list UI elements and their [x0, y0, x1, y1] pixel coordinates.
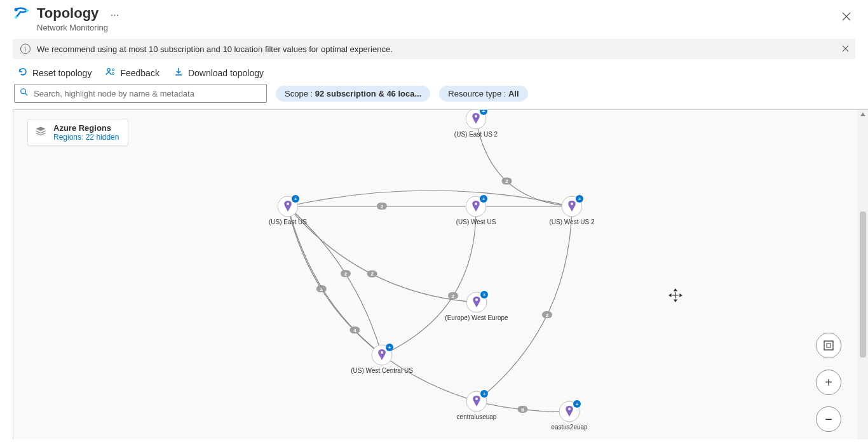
svg-text:2: 2: [505, 178, 508, 184]
svg-text:2: 2: [370, 271, 374, 277]
feedback-label: Feedback: [120, 68, 159, 78]
svg-text:2: 2: [452, 293, 455, 299]
topology-edge[interactable]: [288, 206, 477, 302]
scope-filter-value: 92 subscription & 46 loca...: [315, 89, 422, 98]
svg-text:2: 2: [546, 312, 549, 318]
svg-text:+: +: [482, 110, 485, 114]
edge-count-badge: 2: [542, 311, 552, 318]
svg-text:+: +: [576, 401, 579, 407]
page-title: Topology: [37, 5, 98, 22]
region-node-label: (US) West US 2: [550, 218, 595, 225]
svg-text:8: 8: [521, 407, 524, 413]
edge-count-badge: 2: [502, 178, 512, 185]
svg-point-27: [287, 203, 289, 205]
svg-point-33: [571, 203, 573, 205]
region-node-label: (US) East US 2: [454, 131, 498, 138]
region-node[interactable]: +centraluseuap: [457, 390, 497, 420]
region-node-label: (US) West US: [456, 218, 496, 225]
svg-point-4: [21, 89, 26, 94]
download-topology-button[interactable]: Download topology: [173, 67, 264, 79]
topology-edge[interactable]: [477, 206, 572, 401]
zoom-in-button[interactable]: +: [816, 370, 841, 395]
region-node-label: (Europe) West Europe: [445, 314, 508, 321]
scrollbar-thumb[interactable]: [860, 211, 866, 358]
svg-point-42: [475, 398, 478, 400]
region-node[interactable]: +(US) West Central US: [351, 344, 413, 374]
command-bar: Reset topology Feedback Download topolog…: [0, 59, 868, 84]
zoom-out-button[interactable]: −: [816, 406, 841, 432]
svg-point-39: [381, 351, 383, 354]
resource-type-filter-value: All: [508, 89, 519, 98]
svg-point-45: [568, 408, 571, 410]
reset-topology-label: Reset topology: [32, 68, 92, 78]
info-banner-text: We recommend using at most 10 subscripti…: [37, 44, 393, 54]
banner-dismiss-button[interactable]: [842, 44, 849, 54]
svg-text:+: +: [578, 196, 581, 202]
svg-point-24: [475, 115, 477, 117]
svg-point-36: [475, 298, 478, 301]
feedback-icon: [105, 67, 116, 79]
svg-point-1: [26, 10, 29, 12]
edge-count-badge: 2: [341, 270, 351, 277]
svg-rect-47: [824, 341, 833, 350]
feedback-button[interactable]: Feedback: [105, 67, 159, 79]
region-node-label: centraluseuap: [457, 413, 497, 420]
svg-text:+: +: [483, 391, 486, 397]
move-cursor-icon: [668, 288, 683, 305]
topology-edge[interactable]: [288, 191, 572, 206]
search-input[interactable]: [34, 89, 261, 98]
reset-topology-button[interactable]: Reset topology: [18, 67, 92, 79]
region-node[interactable]: +(US) West US: [456, 195, 496, 225]
edge-count-badge: 8: [517, 406, 527, 413]
resource-type-filter-pill[interactable]: Resource type : All: [439, 86, 527, 102]
svg-point-0: [15, 8, 18, 11]
svg-point-30: [475, 203, 477, 205]
region-node-label: (US) West Central US: [351, 367, 413, 374]
topology-icon: [13, 5, 31, 25]
edge-count-badge: 2: [448, 292, 458, 299]
page-subtitle: Network Monitoring: [37, 23, 119, 32]
region-node[interactable]: +(US) East US 2: [454, 110, 498, 138]
topology-edge[interactable]: [382, 206, 476, 355]
vertical-scrollbar[interactable]: [858, 110, 868, 439]
download-icon: [173, 67, 184, 79]
filter-row: Scope : 92 subscription & 46 loca... Res…: [0, 84, 868, 109]
resource-type-filter-label: Resource type :: [448, 89, 508, 98]
svg-point-3: [107, 69, 111, 72]
fit-to-screen-button[interactable]: [816, 333, 841, 358]
info-icon: i: [20, 44, 31, 54]
region-node[interactable]: +eastus2euap: [551, 400, 588, 431]
map-controls: + −: [816, 333, 841, 432]
region-node-label: (US) East US: [269, 218, 307, 225]
svg-point-2: [15, 16, 17, 18]
svg-text:+: +: [482, 196, 485, 202]
region-node[interactable]: +(US) West US 2: [550, 195, 595, 225]
svg-text:+: +: [483, 292, 486, 298]
svg-text:4: 4: [353, 328, 356, 333]
edge-count-badge: 4: [349, 326, 360, 333]
topology-edge[interactable]: [288, 206, 382, 355]
edge-count-badge: 2: [367, 271, 377, 278]
svg-rect-48: [827, 344, 831, 347]
topology-canvas[interactable]: Azure Regions Regions: 22 hidden 2222324…: [13, 109, 868, 439]
search-box[interactable]: [14, 84, 267, 103]
more-actions-button[interactable]: ···: [111, 10, 119, 20]
zoom-in-label: +: [825, 375, 832, 390]
svg-text:+: +: [388, 345, 391, 351]
search-icon: [20, 88, 34, 99]
info-banner: i We recommend using at most 10 subscrip…: [13, 39, 855, 59]
scope-filter-label: Scope :: [285, 89, 315, 98]
page-header: Topology ··· Network Monitoring: [0, 0, 868, 35]
topology-edge[interactable]: [288, 206, 382, 355]
edge-count-badge: 2: [377, 203, 387, 210]
svg-text:2: 2: [344, 271, 348, 277]
svg-text:2: 2: [381, 204, 384, 210]
svg-text:+: +: [294, 196, 297, 202]
close-button[interactable]: [841, 11, 851, 25]
zoom-out-label: −: [825, 412, 832, 427]
region-node[interactable]: +(US) East US: [269, 195, 307, 225]
scope-filter-pill[interactable]: Scope : 92 subscription & 46 loca...: [276, 86, 430, 102]
reset-icon: [18, 67, 28, 79]
region-node-label: eastus2euap: [551, 424, 588, 431]
topology-graph[interactable]: 222232428+(US) East US 2+(US) East US+(U…: [13, 110, 868, 439]
